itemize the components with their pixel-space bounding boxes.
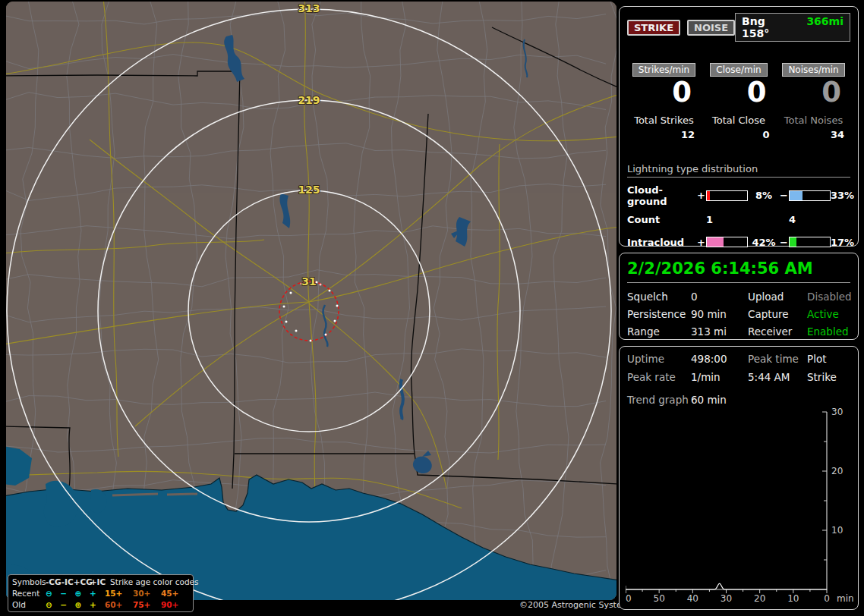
pos-cg-old-icon: ⊕: [71, 599, 85, 611]
svg-text:40: 40: [687, 593, 698, 604]
svg-text:10: 10: [787, 593, 799, 604]
neg-cg-recent-icon: ⊖: [42, 588, 56, 599]
age-45: 45+: [161, 588, 189, 599]
intracloud-row: Intracloud + 42% − 17%: [627, 237, 850, 248]
squelch-label: Squelch: [627, 291, 691, 303]
count-label: Count: [627, 214, 697, 225]
upload-status: Disabled: [807, 291, 852, 303]
distribution-title: Lightning type distribution: [627, 163, 850, 178]
range-label: Range: [627, 325, 691, 338]
pos-cg-recent-icon: ⊕: [71, 588, 85, 599]
noises-counter: Noises/min 0 Total Noises 34: [777, 61, 850, 140]
map-legend: Symbols -CG -IC +CG +IC Strike age color…: [8, 574, 194, 612]
nexstorm-window: 313 219 125 31 Symbols -CG -IC +CG +IC S…: [0, 0, 864, 616]
intracloud-label: Intracloud: [627, 237, 697, 248]
trend-panel: Uptime 498:00 Peak time Plot Peak rate 1…: [619, 346, 859, 610]
legend-col-pos-ic: +IC: [90, 577, 106, 588]
cg-plus-count: 1: [706, 214, 748, 225]
close-per-min-button[interactable]: Close/min: [710, 63, 767, 77]
trend-chart: 6050403020100min102030: [626, 406, 853, 609]
svg-text:20: 20: [831, 466, 843, 476]
receiver-label: Receiver: [748, 325, 807, 338]
cg-minus-count: 4: [789, 214, 831, 225]
pos-ic-recent-icon: +: [86, 588, 100, 599]
bearing-readout: Bng 158° 366mi: [735, 13, 850, 42]
total-close-label: Total Close: [702, 115, 776, 126]
cg-minus-bar: [789, 190, 831, 201]
counters-panel: STRIKE NOISE Bng 158° 366mi Strikes/min …: [619, 6, 859, 247]
svg-text:min: min: [837, 593, 853, 604]
ic-minus-pct: 17%: [831, 237, 854, 248]
upload-label: Upload: [748, 291, 807, 303]
plus-sign: +: [697, 190, 706, 201]
age-75: 75+: [133, 599, 161, 611]
noise-button[interactable]: NOISE: [687, 20, 735, 36]
receiver-status: Enabled: [807, 325, 852, 338]
plot-mode-value[interactable]: Strike: [807, 371, 850, 383]
minus-sign: −: [780, 190, 789, 201]
svg-text:30: 30: [721, 593, 732, 604]
noises-per-min-button[interactable]: Noises/min: [782, 63, 844, 77]
neg-ic-recent-icon: −: [56, 588, 71, 599]
svg-text:10: 10: [831, 525, 843, 536]
age-90: 90+: [161, 599, 189, 611]
range-value: 313 mi: [691, 325, 748, 338]
lightning-type-distribution: Lightning type distribution Cloud-ground…: [627, 163, 850, 266]
trend-graph-window: 60 min: [691, 394, 850, 406]
ring-label-313: 313: [298, 2, 320, 14]
legend-recent-row: Recent ⊖ − ⊕ + 15+ 30+ 45+: [12, 588, 189, 599]
squelch-value: 0: [691, 291, 748, 303]
status-panel: 2/2/2026 6:14:56 AM Squelch 0 Upload Dis…: [619, 253, 859, 340]
svg-text:20: 20: [754, 593, 765, 604]
ring-label-125: 125: [298, 184, 320, 196]
peak-rate-label: Peak rate: [627, 371, 691, 383]
ring-label-219: 219: [298, 94, 320, 106]
age-15: 15+: [105, 588, 133, 599]
close-counter: Close/min 0 Total Close 0: [702, 61, 776, 140]
legend-header-row: Symbols -CG -IC +CG +IC Strike age color…: [12, 577, 189, 588]
copyright-text: ©2005 Astrogenic Systems: [519, 600, 634, 610]
settings-grid: Squelch 0 Upload Disabled Persistence 90…: [627, 291, 850, 338]
svg-text:0: 0: [824, 593, 830, 604]
capture-label: Capture: [748, 308, 807, 320]
cloud-ground-label: Cloud-ground: [627, 184, 697, 207]
ic-plus-bar: [706, 237, 748, 247]
map-canvas: 313 219 125 31: [6, 2, 616, 600]
uptime-label: Uptime: [627, 353, 691, 365]
plot-label: Plot: [807, 353, 850, 365]
total-strikes-value: 12: [627, 129, 701, 140]
uptime-value: 498:00: [691, 353, 748, 365]
legend-recent-label: Recent: [12, 588, 42, 599]
legend-age-header: Strike age color codes: [110, 577, 198, 588]
strike-button[interactable]: STRIKE: [627, 20, 680, 36]
plus-sign: +: [697, 237, 706, 248]
svg-text:60: 60: [626, 593, 632, 604]
svg-text:50: 50: [654, 593, 665, 604]
strikes-per-min-button[interactable]: Strikes/min: [632, 63, 695, 77]
cg-plus-bar: [706, 190, 748, 201]
close-rate: 0: [702, 78, 776, 108]
total-noises-value: 34: [777, 129, 850, 140]
persistence-value: 90 min: [691, 308, 748, 320]
bearing-label: Bng 158°: [742, 15, 796, 39]
legend-old-label: Old: [12, 599, 42, 611]
legend-col-neg-ic: -IC: [61, 577, 74, 588]
ic-minus-bar: [789, 237, 831, 247]
bearing-distance: 366mi: [806, 15, 844, 39]
svg-text:30: 30: [831, 407, 843, 417]
peak-rate-value: 1/min: [691, 371, 748, 383]
cloud-ground-count-row: Count 1 4: [627, 214, 850, 225]
ring-label-31: 31: [301, 275, 316, 288]
pos-ic-old-icon: +: [86, 599, 100, 611]
legend-col-neg-cg: -CG: [46, 577, 61, 588]
uptime-grid: Uptime 498:00 Peak time Plot Peak rate 1…: [627, 353, 850, 383]
strikes-counter: Strikes/min 0 Total Strikes 12: [627, 61, 701, 140]
legend-old-row: Old ⊖ − ⊕ + 60+ 75+ 90+: [12, 599, 189, 611]
age-30: 30+: [133, 588, 161, 599]
ic-plus-pct: 42%: [748, 237, 780, 248]
total-close-value: 0: [702, 129, 776, 140]
legend-col-pos-cg: +CG: [74, 577, 90, 588]
lightning-map[interactable]: 313 219 125 31: [6, 2, 616, 600]
age-60: 60+: [105, 599, 133, 611]
capture-status: Active: [807, 308, 852, 320]
